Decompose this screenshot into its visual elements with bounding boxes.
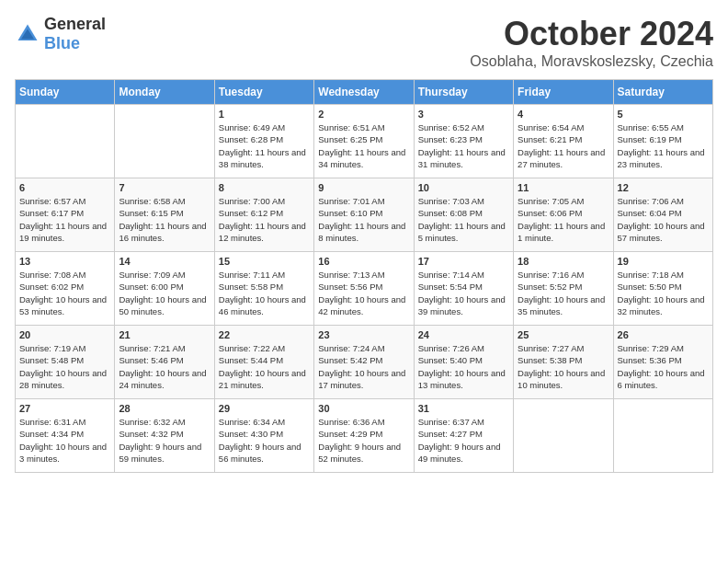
table-row: 6Sunrise: 6:57 AM Sunset: 6:17 PM Daylig…: [16, 178, 115, 252]
day-number: 30: [318, 403, 409, 414]
table-row: 11Sunrise: 7:05 AM Sunset: 6:06 PM Dayli…: [514, 178, 613, 252]
day-number: 15: [219, 256, 310, 267]
col-wednesday: Wednesday: [314, 80, 414, 105]
table-row: 23Sunrise: 7:24 AM Sunset: 5:42 PM Dayli…: [314, 326, 414, 399]
logo-icon: [15, 21, 40, 47]
day-info: Sunrise: 6:32 AM Sunset: 4:32 PM Dayligh…: [119, 416, 210, 465]
day-number: 24: [418, 329, 509, 340]
table-row: 26Sunrise: 7:29 AM Sunset: 5:36 PM Dayli…: [613, 326, 712, 399]
table-row: [115, 105, 214, 178]
table-row: 24Sunrise: 7:26 AM Sunset: 5:40 PM Dayli…: [414, 326, 513, 399]
day-info: Sunrise: 7:14 AM Sunset: 5:54 PM Dayligh…: [418, 269, 509, 317]
logo-general: General: [44, 15, 106, 33]
table-row: 21Sunrise: 7:21 AM Sunset: 5:46 PM Dayli…: [115, 326, 214, 399]
day-number: 22: [219, 329, 310, 340]
table-row: 22Sunrise: 7:22 AM Sunset: 5:44 PM Dayli…: [214, 326, 313, 399]
day-number: 31: [418, 403, 509, 414]
day-info: Sunrise: 7:13 AM Sunset: 5:56 PM Dayligh…: [318, 269, 409, 317]
table-row: 27Sunrise: 6:31 AM Sunset: 4:34 PM Dayli…: [16, 399, 115, 473]
table-row: [16, 105, 115, 178]
day-info: Sunrise: 7:29 AM Sunset: 5:36 PM Dayligh…: [618, 342, 709, 391]
table-row: 10Sunrise: 7:03 AM Sunset: 6:08 PM Dayli…: [414, 178, 513, 252]
table-row: 1Sunrise: 6:49 AM Sunset: 6:28 PM Daylig…: [214, 105, 313, 178]
calendar-week-row: 6Sunrise: 6:57 AM Sunset: 6:17 PM Daylig…: [16, 178, 713, 252]
day-number: 6: [19, 182, 110, 193]
day-number: 25: [518, 329, 609, 340]
day-number: 11: [518, 182, 609, 193]
day-info: Sunrise: 7:24 AM Sunset: 5:42 PM Dayligh…: [318, 342, 409, 391]
calendar-header-row: Sunday Monday Tuesday Wednesday Thursday…: [16, 80, 713, 105]
day-info: Sunrise: 6:36 AM Sunset: 4:29 PM Dayligh…: [318, 416, 409, 465]
day-number: 17: [418, 256, 509, 267]
day-number: 20: [19, 329, 110, 340]
table-row: 3Sunrise: 6:52 AM Sunset: 6:23 PM Daylig…: [414, 105, 513, 178]
table-row: 7Sunrise: 6:58 AM Sunset: 6:15 PM Daylig…: [115, 178, 214, 252]
calendar-week-row: 20Sunrise: 7:19 AM Sunset: 5:48 PM Dayli…: [16, 326, 713, 399]
day-number: 1: [219, 109, 310, 120]
day-number: 4: [518, 109, 609, 120]
day-info: Sunrise: 7:08 AM Sunset: 6:02 PM Dayligh…: [19, 269, 110, 317]
day-number: 12: [618, 182, 709, 193]
calendar-week-row: 1Sunrise: 6:49 AM Sunset: 6:28 PM Daylig…: [16, 105, 713, 178]
day-number: 26: [618, 329, 709, 340]
table-row: 31Sunrise: 6:37 AM Sunset: 4:27 PM Dayli…: [414, 399, 513, 473]
day-number: 3: [418, 109, 509, 120]
calendar-week-row: 27Sunrise: 6:31 AM Sunset: 4:34 PM Dayli…: [16, 399, 713, 473]
table-row: 8Sunrise: 7:00 AM Sunset: 6:12 PM Daylig…: [214, 178, 313, 252]
day-info: Sunrise: 6:57 AM Sunset: 6:17 PM Dayligh…: [19, 195, 110, 244]
day-info: Sunrise: 6:34 AM Sunset: 4:30 PM Dayligh…: [219, 416, 310, 465]
day-number: 29: [219, 403, 310, 414]
table-row: 9Sunrise: 7:01 AM Sunset: 6:10 PM Daylig…: [314, 178, 414, 252]
day-info: Sunrise: 7:18 AM Sunset: 5:50 PM Dayligh…: [618, 269, 709, 317]
table-row: 25Sunrise: 7:27 AM Sunset: 5:38 PM Dayli…: [514, 326, 613, 399]
col-sunday: Sunday: [16, 80, 115, 105]
location-title: Osoblaha, Moravskoslezsky, Czechia: [470, 53, 713, 70]
day-number: 27: [19, 403, 110, 414]
day-number: 19: [618, 256, 709, 267]
table-row: [613, 399, 712, 473]
table-row: 14Sunrise: 7:09 AM Sunset: 6:00 PM Dayli…: [115, 252, 214, 326]
day-info: Sunrise: 7:03 AM Sunset: 6:08 PM Dayligh…: [418, 195, 509, 244]
logo: General Blue: [15, 15, 106, 53]
day-number: 5: [618, 109, 709, 120]
table-row: 15Sunrise: 7:11 AM Sunset: 5:58 PM Dayli…: [214, 252, 313, 326]
day-number: 16: [318, 256, 409, 267]
table-row: 20Sunrise: 7:19 AM Sunset: 5:48 PM Dayli…: [16, 326, 115, 399]
table-row: 5Sunrise: 6:55 AM Sunset: 6:19 PM Daylig…: [613, 105, 712, 178]
col-thursday: Thursday: [414, 80, 513, 105]
table-row: 4Sunrise: 6:54 AM Sunset: 6:21 PM Daylig…: [514, 105, 613, 178]
logo-blue: Blue: [44, 34, 80, 52]
day-info: Sunrise: 7:22 AM Sunset: 5:44 PM Dayligh…: [219, 342, 310, 391]
day-info: Sunrise: 6:51 AM Sunset: 6:25 PM Dayligh…: [318, 121, 409, 170]
day-info: Sunrise: 6:49 AM Sunset: 6:28 PM Dayligh…: [219, 121, 310, 170]
day-info: Sunrise: 7:26 AM Sunset: 5:40 PM Dayligh…: [418, 342, 509, 391]
col-tuesday: Tuesday: [214, 80, 313, 105]
table-row: 30Sunrise: 6:36 AM Sunset: 4:29 PM Dayli…: [314, 399, 414, 473]
day-info: Sunrise: 6:37 AM Sunset: 4:27 PM Dayligh…: [418, 416, 509, 465]
day-number: 21: [119, 329, 210, 340]
table-row: 29Sunrise: 6:34 AM Sunset: 4:30 PM Dayli…: [214, 399, 313, 473]
day-info: Sunrise: 6:31 AM Sunset: 4:34 PM Dayligh…: [19, 416, 110, 465]
day-info: Sunrise: 7:21 AM Sunset: 5:46 PM Dayligh…: [119, 342, 210, 391]
day-number: 23: [318, 329, 409, 340]
day-info: Sunrise: 7:05 AM Sunset: 6:06 PM Dayligh…: [518, 195, 609, 244]
day-number: 9: [318, 182, 409, 193]
day-info: Sunrise: 6:55 AM Sunset: 6:19 PM Dayligh…: [618, 121, 709, 170]
logo-text: General Blue: [44, 15, 106, 53]
month-title: October 2024: [470, 15, 713, 53]
day-number: 8: [219, 182, 310, 193]
title-block: October 2024 Osoblaha, Moravskoslezsky, …: [470, 15, 713, 70]
day-number: 14: [119, 256, 210, 267]
day-info: Sunrise: 7:01 AM Sunset: 6:10 PM Dayligh…: [318, 195, 409, 244]
table-row: 18Sunrise: 7:16 AM Sunset: 5:52 PM Dayli…: [514, 252, 613, 326]
day-info: Sunrise: 6:58 AM Sunset: 6:15 PM Dayligh…: [119, 195, 210, 244]
table-row: [514, 399, 613, 473]
calendar-week-row: 13Sunrise: 7:08 AM Sunset: 6:02 PM Dayli…: [16, 252, 713, 326]
calendar-table: Sunday Monday Tuesday Wednesday Thursday…: [15, 79, 713, 473]
col-monday: Monday: [115, 80, 214, 105]
day-number: 7: [119, 182, 210, 193]
day-info: Sunrise: 7:00 AM Sunset: 6:12 PM Dayligh…: [219, 195, 310, 244]
day-number: 18: [518, 256, 609, 267]
page-header: General Blue October 2024 Osoblaha, Mora…: [15, 15, 713, 70]
day-info: Sunrise: 7:16 AM Sunset: 5:52 PM Dayligh…: [518, 269, 609, 317]
